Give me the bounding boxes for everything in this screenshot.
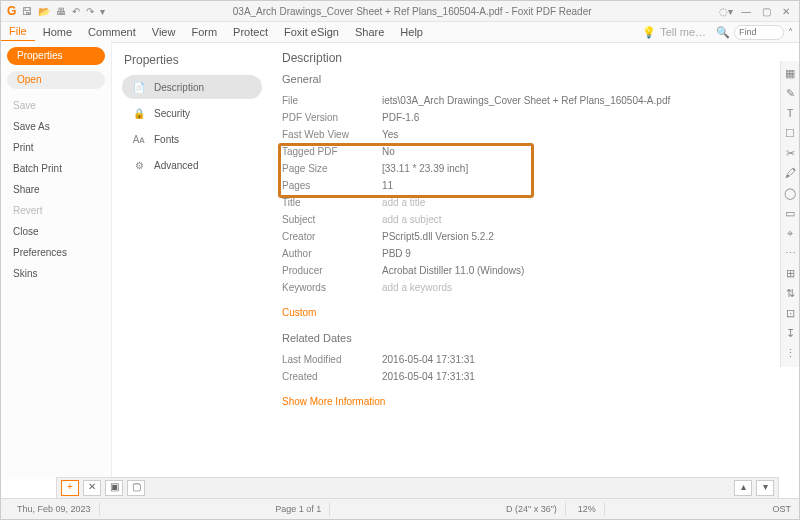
qat-print-icon[interactable]: 🖶: [56, 6, 66, 17]
ribbon-tabs: File Home Comment View Form Protect Foxi…: [1, 22, 799, 43]
rt-tool-3[interactable]: T: [781, 107, 799, 127]
ribbon-collapse-icon[interactable]: ˄: [788, 27, 793, 38]
minimize-button[interactable]: —: [739, 6, 753, 17]
tabstrip-up[interactable]: ▴: [734, 480, 752, 496]
date-key: Last Modified: [282, 354, 382, 365]
tabstrip-btn-2[interactable]: ▣: [105, 480, 123, 496]
right-toolbar: ▦ ✎ T ☐ ✂ 🖍 ◯ ▭ ⌖ ⋯ ⊞ ⇅ ⊡ ↧ ⋮: [780, 61, 799, 367]
show-more-link[interactable]: Show More Information: [282, 396, 385, 407]
rt-tool-12[interactable]: ⇅: [781, 287, 799, 307]
rt-tool-15[interactable]: ⋮: [781, 347, 799, 367]
tab-help[interactable]: Help: [392, 22, 431, 42]
prop-row-producer: ProducerAcrobat Distiller 11.0 (Windows): [282, 263, 785, 278]
tab-file[interactable]: File: [1, 22, 35, 42]
general-section-label: General: [282, 73, 785, 85]
find-input[interactable]: [734, 25, 784, 40]
app-logo: G: [7, 4, 16, 18]
rt-tool-14[interactable]: ↧: [781, 327, 799, 347]
qat-redo-icon[interactable]: ↷: [86, 6, 94, 17]
rt-tool-7[interactable]: ◯: [781, 187, 799, 207]
props-cat-label: Fonts: [154, 134, 179, 145]
props-cat-fonts[interactable]: AᴀFonts: [122, 127, 262, 151]
tab-form[interactable]: Form: [183, 22, 225, 42]
file-properties-button[interactable]: Properties: [7, 47, 105, 65]
prop-key: Title: [282, 197, 382, 208]
rt-tool-11[interactable]: ⊞: [781, 267, 799, 287]
rt-tool-5[interactable]: ✂: [781, 147, 799, 167]
qat-save-icon[interactable]: 🖫: [22, 6, 32, 17]
search-icon: 🔍: [716, 26, 730, 39]
custom-link[interactable]: Custom: [282, 307, 316, 318]
prop-row-pdf-version: PDF VersionPDF-1.6: [282, 110, 785, 125]
properties-categories: Properties 📄Description🔒SecurityAᴀFonts⚙…: [112, 41, 268, 479]
file-menu-revert: Revert: [1, 200, 111, 221]
prop-value: PBD 9: [382, 248, 411, 259]
file-menu-close[interactable]: Close: [1, 221, 111, 242]
qat-open-icon[interactable]: 📂: [38, 6, 50, 17]
date-row-last-modified: Last Modified2016-05-04 17:31:31: [282, 352, 785, 367]
props-cat-description[interactable]: 📄Description: [122, 75, 262, 99]
date-value: 2016-05-04 17:31:31: [382, 371, 475, 382]
file-menu-save-as[interactable]: Save As: [1, 116, 111, 137]
bulb-icon: 💡: [642, 26, 656, 39]
description-icon: 📄: [132, 82, 146, 93]
file-menu-preferences[interactable]: Preferences: [1, 242, 111, 263]
prop-row-fast-web-view: Fast Web ViewYes: [282, 127, 785, 142]
rt-tool-10[interactable]: ⋯: [781, 247, 799, 267]
props-cat-label: Description: [154, 82, 204, 93]
page-size-highlight: [278, 143, 534, 198]
file-menu-batch-print[interactable]: Batch Print: [1, 158, 111, 179]
prop-row-subject: Subjectadd a subject: [282, 212, 785, 227]
tabstrip-btn-1[interactable]: ✕: [83, 480, 101, 496]
prop-value[interactable]: add a subject: [382, 214, 442, 225]
props-cat-advanced[interactable]: ⚙Advanced: [122, 153, 262, 177]
tab-share[interactable]: Share: [347, 22, 392, 42]
maximize-button[interactable]: ▢: [759, 6, 773, 17]
description-title: Description: [282, 51, 785, 65]
prop-value: Yes: [382, 129, 398, 140]
file-open-button[interactable]: Open: [7, 71, 105, 89]
user-icon[interactable]: ◌▾: [719, 6, 733, 17]
rt-tool-8[interactable]: ▭: [781, 207, 799, 227]
prop-key: Producer: [282, 265, 382, 276]
rt-tool-4[interactable]: ☐: [781, 127, 799, 147]
prop-key: File: [282, 95, 382, 106]
advanced-icon: ⚙: [132, 160, 146, 171]
status-page[interactable]: Page 1 of 1: [267, 502, 330, 516]
rt-tool-1[interactable]: ▦: [781, 67, 799, 87]
props-cat-security[interactable]: 🔒Security: [122, 101, 262, 125]
prop-value: Acrobat Distiller 11.0 (Windows): [382, 265, 524, 276]
file-menu-share[interactable]: Share: [1, 179, 111, 200]
rt-tool-2[interactable]: ✎: [781, 87, 799, 107]
file-menu-print[interactable]: Print: [1, 137, 111, 158]
tab-protect[interactable]: Protect: [225, 22, 276, 42]
tell-me[interactable]: 💡Tell me…: [642, 26, 706, 39]
new-tab-button[interactable]: +: [61, 480, 79, 496]
prop-key: Subject: [282, 214, 382, 225]
tabstrip-btn-3[interactable]: ▢: [127, 480, 145, 496]
prop-row-author: AuthorPBD 9: [282, 246, 785, 261]
qat-undo-icon[interactable]: ↶: [72, 6, 80, 17]
tab-esign[interactable]: Foxit eSign: [276, 22, 347, 42]
file-menu: Properties Open SaveSave AsPrintBatch Pr…: [1, 41, 112, 479]
backstage: Properties Open SaveSave AsPrintBatch Pr…: [1, 41, 799, 479]
file-menu-skins[interactable]: Skins: [1, 263, 111, 284]
prop-value[interactable]: add a keywords: [382, 282, 452, 293]
prop-value: iets\03A_Arch Drawings_Cover Sheet + Ref…: [382, 95, 670, 106]
tabstrip-down[interactable]: ▾: [756, 480, 774, 496]
tab-comment[interactable]: Comment: [80, 22, 144, 42]
prop-value[interactable]: add a title: [382, 197, 425, 208]
status-zoom[interactable]: 12%: [570, 502, 605, 516]
rt-tool-6[interactable]: 🖍: [781, 167, 799, 187]
find-box[interactable]: 🔍: [716, 25, 784, 40]
date-key: Created: [282, 371, 382, 382]
rt-tool-13[interactable]: ⊡: [781, 307, 799, 327]
security-icon: 🔒: [132, 108, 146, 119]
prop-key: Creator: [282, 231, 382, 242]
prop-key: Keywords: [282, 282, 382, 293]
close-button[interactable]: ✕: [779, 6, 793, 17]
rt-tool-9[interactable]: ⌖: [781, 227, 799, 247]
prop-key: Fast Web View: [282, 129, 382, 140]
tab-home[interactable]: Home: [35, 22, 80, 42]
tab-view[interactable]: View: [144, 22, 184, 42]
